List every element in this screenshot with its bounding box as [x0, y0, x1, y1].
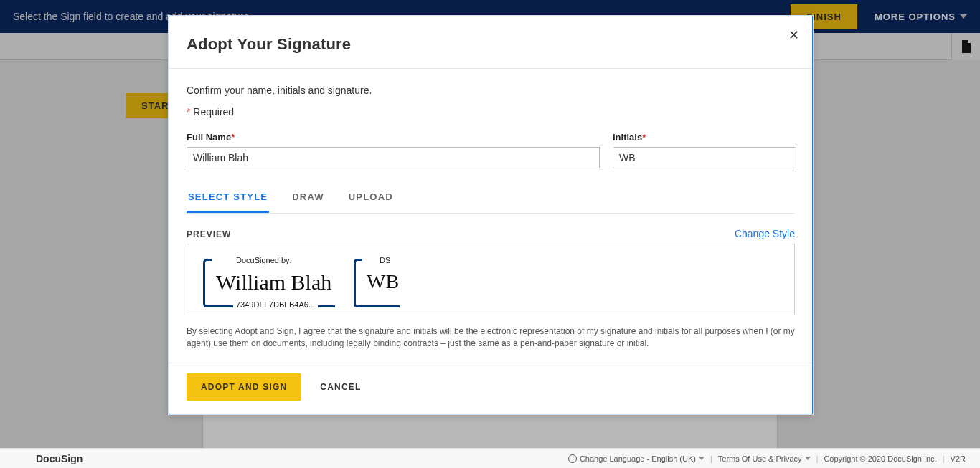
change-style-link[interactable]: Change Style: [735, 228, 795, 239]
initials-header: DS: [377, 256, 393, 264]
frame-corner-icon: [203, 259, 212, 266]
legal-disclaimer: By selecting Adopt and Sign, I agree tha…: [187, 325, 795, 363]
tab-draw[interactable]: DRAW: [291, 184, 326, 213]
required-label: Required: [193, 106, 234, 118]
signature-preview: DocuSigned by: William Blah 7349DFF7DBFB…: [187, 244, 795, 315]
signature-block: DocuSigned by: William Blah 7349DFF7DBFB…: [199, 253, 335, 307]
footer: DocuSign Change Language - English (UK) …: [0, 448, 980, 468]
full-name-field: Full Name*: [187, 132, 600, 168]
preview-label: PREVIEW: [187, 229, 231, 239]
modal-body: Confirm your name, initials and signatur…: [169, 69, 812, 363]
chevron-down-icon: [699, 457, 705, 460]
tab-select-style[interactable]: SELECT STYLE: [187, 184, 269, 213]
full-name-label: Full Name*: [187, 132, 600, 143]
signature-code: 7349DFF7DBFB4A6...: [233, 300, 318, 309]
required-note: * Required: [187, 106, 795, 118]
cancel-button[interactable]: CANCEL: [320, 382, 361, 392]
full-name-input[interactable]: [187, 147, 600, 168]
required-asterisk: *: [187, 106, 190, 118]
initials-input[interactable]: [613, 147, 796, 168]
frame-corner-icon: [354, 259, 362, 266]
close-icon[interactable]: ✕: [785, 27, 802, 44]
signature-script: William Blah: [216, 272, 321, 293]
frame-corner-icon: [354, 300, 362, 307]
tab-upload[interactable]: UPLOAD: [347, 184, 395, 213]
modal-footer: ADOPT AND SIGN CANCEL: [169, 363, 812, 414]
initials-script: WB: [367, 272, 385, 292]
initials-block: DS WB: [349, 253, 400, 307]
adopt-and-sign-button[interactable]: ADOPT AND SIGN: [187, 373, 301, 401]
name-row: Full Name* Initials*: [187, 132, 795, 168]
globe-icon: [568, 454, 577, 463]
version-text: V2R: [951, 454, 966, 463]
modal-title: Adopt Your Signature: [187, 35, 795, 54]
chevron-down-icon: [805, 457, 811, 460]
signature-tabs: SELECT STYLE DRAW UPLOAD: [187, 184, 795, 214]
footer-brand: DocuSign: [36, 453, 83, 464]
adopt-signature-modal: Adopt Your Signature ✕ Confirm your name…: [169, 16, 813, 414]
modal-header: Adopt Your Signature ✕: [169, 16, 812, 69]
initials-label: Initials*: [613, 132, 796, 143]
copyright-text: Copyright © 2020 DocuSign Inc.: [824, 454, 936, 463]
docusigned-by-label: DocuSigned by:: [233, 256, 295, 264]
terms-privacy-link[interactable]: Terms Of Use & Privacy: [718, 454, 811, 463]
footer-links: Change Language - English (UK) | Terms O…: [568, 454, 966, 463]
confirm-text: Confirm your name, initials and signatur…: [187, 85, 795, 96]
preview-header-row: PREVIEW Change Style: [187, 228, 795, 239]
change-language-link[interactable]: Change Language - English (UK): [568, 454, 705, 463]
initials-field: Initials*: [613, 132, 796, 168]
frame-corner-icon: [203, 300, 212, 307]
